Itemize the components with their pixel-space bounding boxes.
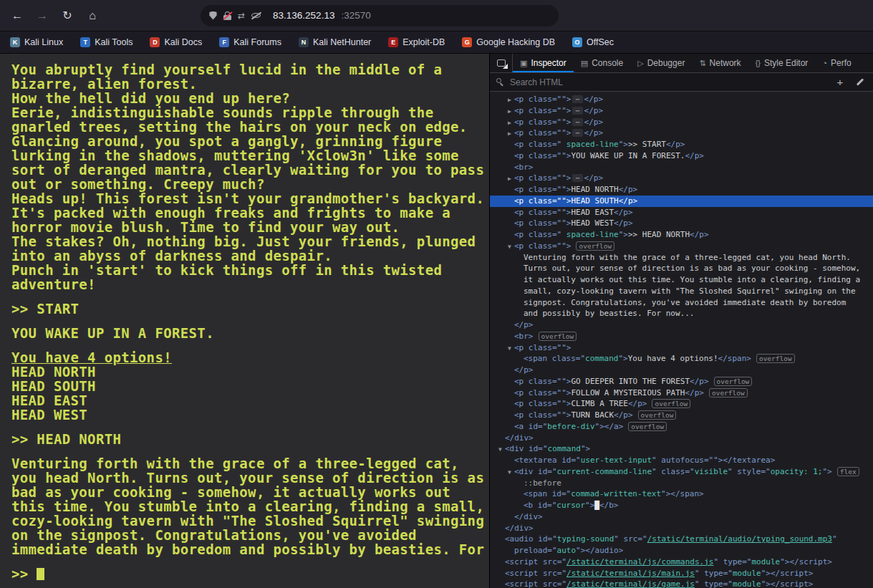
tree-row[interactable]: <audio id="typing-sound" src="/static/te… (490, 534, 873, 545)
bookmark-item[interactable]: NKali NetHunter (299, 37, 371, 47)
tree-row[interactable]: </div> (490, 433, 873, 444)
tree-row[interactable]: ▶<p class="">⋯</p> (490, 117, 873, 128)
tree-row[interactable]: and possibly by beasties. For now... (490, 308, 873, 319)
tree-row[interactable]: ▼<div id="current-command-line" class="v… (490, 466, 873, 478)
inline-ellipsis[interactable]: ⋯ (572, 95, 582, 103)
overflow-badge[interactable]: overflow (539, 332, 577, 341)
overflow-badge[interactable]: overflow (714, 377, 753, 386)
tree-row[interactable]: <script src="/static/terminal/js/main.js… (490, 568, 873, 579)
tree-row[interactable]: ▶<p class="">⋯</p> (490, 173, 873, 184)
tree-row[interactable]: </div> (490, 523, 873, 534)
tree-row[interactable]: <p class="">GO DEEPER INTO THE FOREST</p… (490, 376, 873, 387)
code-token: </div> (514, 512, 543, 521)
tree-row[interactable]: <span class="command">You have 4 options… (490, 353, 873, 365)
expand-arrow[interactable]: ▼ (505, 467, 514, 478)
back-button[interactable]: ← (6, 4, 29, 27)
tree-row[interactable]: ▶<p class="">⋯</p> (490, 127, 873, 139)
overflow-badge[interactable]: overflow (638, 410, 677, 420)
insecure-lock-icon[interactable] (223, 11, 231, 20)
expand-arrow[interactable]: ▼ (505, 343, 514, 355)
overflow-badge[interactable]: overflow (652, 399, 690, 408)
tree-row[interactable]: ▼<p class="">overflow (490, 241, 873, 252)
inline-ellipsis[interactable]: ⋯ (572, 118, 582, 126)
tree-row[interactable]: <b id="cursor">█</b> (490, 500, 873, 511)
tree-row[interactable]: <span id="commad-written-text"></span> (490, 488, 873, 500)
overflow-badge[interactable]: overflow (756, 354, 795, 363)
tree-row[interactable]: </p> (490, 365, 873, 376)
tab-console[interactable]: ▤Console (574, 54, 630, 72)
bookmark-item[interactable]: DKali Docs (150, 37, 202, 47)
tree-row[interactable]: preload="auto"></audio> (490, 545, 873, 556)
expand-arrow[interactable]: ▶ (505, 106, 514, 117)
tab-debugger[interactable]: ▷Debugger (630, 54, 692, 72)
overflow-badge[interactable]: overflow (709, 388, 748, 397)
bookmark-item[interactable]: EExploit-DB (388, 37, 445, 47)
permissions-swap-icon[interactable]: ⇄ (238, 11, 245, 21)
tab-performance[interactable]: ◔Perfo (815, 54, 858, 72)
tree-row[interactable]: ▶<p class="">⋯</p> (490, 94, 873, 105)
tree-row[interactable]: <a id="before-div"></a>overflow (490, 421, 873, 433)
tree-row[interactable]: it actually works out this time. You stu… (490, 274, 873, 286)
tree-row[interactable]: ▶<p class="">⋯</p> (490, 105, 873, 117)
bookmark-item[interactable]: TKali Tools (80, 37, 132, 47)
search-html-input[interactable] (510, 77, 827, 87)
code-token: "></span> (661, 489, 704, 498)
expand-arrow[interactable]: ▶ (505, 95, 514, 106)
tree-row[interactable]: <br>overflow (490, 331, 873, 342)
inline-ellipsis[interactable]: ⋯ (572, 107, 582, 115)
inline-ellipsis[interactable]: ⋯ (572, 174, 582, 182)
forward-button[interactable]: → (31, 4, 54, 27)
overflow-badge[interactable]: flex (837, 467, 859, 476)
expand-arrow[interactable]: ▶ (505, 173, 514, 185)
tab-network[interactable]: ⇅Network (692, 54, 748, 72)
tree-row[interactable]: <p class="">CLIMB A TREE</p>overflow (490, 398, 873, 410)
terminal-cursor[interactable] (37, 568, 44, 580)
bookmark-item[interactable]: FKali Forums (219, 37, 281, 47)
tree-row[interactable]: <textarea id="user-text-input" autofocus… (490, 455, 873, 466)
tab-style-editor[interactable]: {}Style Editor (748, 54, 816, 72)
expand-arrow[interactable]: ▶ (505, 117, 514, 129)
tree-row[interactable]: </div> (490, 511, 873, 523)
tree-row[interactable]: </p> (490, 319, 873, 331)
tree-row[interactable]: ▼<div id="command"> (490, 443, 873, 455)
tree-row[interactable]: <p class="">TURN BACK</p>overflow (490, 410, 873, 421)
bookmark-item[interactable]: GGoogle Hacking DB (462, 37, 555, 47)
expand-arrow[interactable]: ▼ (496, 444, 505, 456)
tree-row[interactable]: <p class="">HEAD NORTH</p> (490, 184, 873, 196)
code-token: <p class=""> (514, 241, 571, 251)
reload-button[interactable]: ↻ (56, 4, 79, 27)
tree-row[interactable]: <script src="/static/terminal/js/game.js… (490, 579, 873, 588)
game-terminal-page[interactable]: You abruptly find yourself lucid in the … (0, 54, 489, 588)
tree-row[interactable]: <p class="">HEAD SOUTH</p> (490, 196, 873, 207)
tree-row[interactable]: signpost. Congratulations, you've avoide… (490, 297, 873, 309)
terminal-line: HEAD WEST (11, 408, 478, 422)
tab-inspector[interactable]: ▣Inspector (513, 54, 574, 72)
tree-row[interactable]: <p class="">FOLLOW A MYSTERIOUS PATH</p>… (490, 387, 873, 399)
tree-row[interactable]: ▼<p class=""> (490, 342, 873, 354)
tracking-shield-icon[interactable] (209, 11, 217, 20)
tree-row[interactable]: <p class="">YOU WAKE UP IN A FOREST.</p> (490, 150, 873, 162)
expand-arrow[interactable]: ▼ (505, 241, 514, 253)
tree-row[interactable]: Venturing forth with the grace of a thre… (490, 252, 873, 264)
tree-row[interactable]: <br> (490, 162, 873, 173)
home-button[interactable]: ⌂ (81, 4, 104, 27)
expand-arrow[interactable]: ▶ (505, 128, 514, 140)
overflow-badge[interactable]: overflow (628, 422, 667, 431)
add-node-button[interactable]: + (832, 76, 848, 88)
bookmark-item[interactable]: KKali Linux (10, 37, 63, 47)
pick-element-button[interactable] (490, 54, 513, 72)
tree-row[interactable]: Turns out, your sense of direction is as… (490, 263, 873, 274)
tree-row[interactable]: <p class="">HEAD EAST</p> (490, 207, 873, 218)
tree-row[interactable]: small, cozy-looking tavern with "The Slo… (490, 286, 873, 297)
tree-row[interactable]: ::before (490, 478, 873, 489)
eye-slash-icon[interactable] (251, 11, 262, 19)
overflow-badge[interactable]: overflow (576, 241, 614, 251)
tree-row[interactable]: <p class="">HEAD WEST</p> (490, 218, 873, 229)
tree-row[interactable]: <script src="/static/terminal/js/command… (490, 556, 873, 568)
inline-ellipsis[interactable]: ⋯ (572, 129, 582, 137)
eyedropper-icon[interactable] (853, 81, 867, 83)
bookmark-item[interactable]: OOffSec (572, 37, 614, 47)
tree-row[interactable]: <p class=" spaced-line">>> START</p> (490, 139, 873, 150)
tree-row[interactable]: <p class=" spaced-line">>> HEAD NORTH</p… (490, 229, 873, 241)
url-bar[interactable]: ⇄ 83.136.252.13 :32570 (201, 5, 559, 26)
